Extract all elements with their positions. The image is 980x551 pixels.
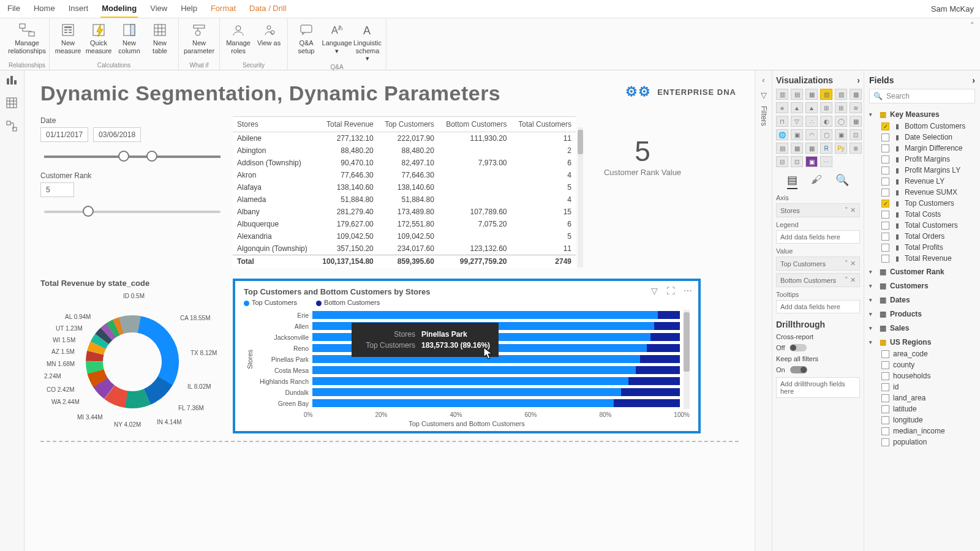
checkbox[interactable] (881, 438, 889, 446)
bar-segment-bottom[interactable] (614, 399, 680, 407)
field-item[interactable]: ▮Total Revenue (869, 253, 975, 264)
viz-ribbon[interactable]: ≋ (850, 102, 862, 113)
checkbox[interactable] (881, 350, 889, 358)
slider-thumb-left[interactable] (118, 151, 129, 162)
field-item[interactable]: ▮Total Costs (869, 209, 975, 220)
table-row[interactable]: Abington88,480.2088,480.202 (233, 144, 576, 157)
bar-segment-top[interactable] (312, 322, 654, 330)
tab-format[interactable]: Format (209, 0, 237, 18)
checkbox[interactable] (881, 133, 889, 141)
focus-mode-icon[interactable]: ⛶ (666, 286, 675, 296)
viz-waterfall[interactable]: ⊓ (776, 116, 788, 127)
viz-decomp[interactable]: ⊟ (776, 156, 788, 167)
checkbox[interactable] (881, 144, 889, 152)
viz-clustered-bar[interactable]: ▤ (791, 89, 803, 100)
table-row[interactable]: Alexandria109,042.50109,042.505 (233, 230, 576, 242)
stores-table[interactable]: StoresTotal RevenueTop CustomersBottom C… (233, 116, 576, 268)
viz-r[interactable]: R (820, 143, 832, 154)
collapse-ribbon-button[interactable]: ˄ (970, 18, 980, 70)
date-range-slider[interactable] (44, 156, 221, 158)
remove-field-icon[interactable]: ˅ ✕ (845, 276, 856, 284)
rank-value-input[interactable]: 5 (40, 182, 74, 197)
tab-view[interactable]: View (149, 0, 168, 18)
bar-segment-bottom[interactable] (647, 344, 680, 352)
field-item[interactable]: id (869, 381, 975, 392)
field-item[interactable]: ▮Date Selection (869, 132, 975, 143)
field-item[interactable]: ✓▮Top Customers (869, 198, 975, 209)
manage-relationships-button[interactable]: Manage relationships (10, 21, 43, 56)
filters-pane-collapsed[interactable]: ‹ ▽ Filters (755, 70, 772, 551)
table-row[interactable]: Alameda51,884.8051,884.804 (233, 193, 576, 206)
filter-icon[interactable]: ▽ (651, 286, 658, 296)
fields-search-input[interactable]: 🔍Search (869, 89, 975, 103)
checkbox[interactable]: ✓ (881, 200, 889, 208)
report-canvas[interactable]: Dynamic Segmentation, Dynamic Parameters… (24, 70, 755, 551)
checkbox[interactable] (881, 427, 889, 435)
bar-row[interactable]: Reno (256, 343, 680, 353)
viz-line[interactable]: ⎈ (776, 102, 788, 113)
chevron-right-icon[interactable]: › (972, 75, 975, 85)
table-key-measures[interactable]: ▾▦Key Measures (869, 108, 975, 121)
viz-stacked-col[interactable]: ▦ (805, 89, 818, 100)
viz-multi-card[interactable]: ▣ (835, 129, 847, 140)
donut-visual[interactable]: Total Revenue by state_code (40, 279, 224, 433)
table-row[interactable]: Abilene277,132.10222,017.90111,930.2011 (233, 132, 576, 145)
field-item[interactable]: median_income (869, 425, 975, 437)
bar-row[interactable]: Costa Mesa (256, 365, 680, 375)
axis-field-well[interactable]: Stores˅ ✕ (776, 203, 860, 217)
field-item[interactable]: ▮Total Customers (869, 220, 975, 231)
linguistic-schema-button[interactable]: ALinguistic schema▾ (353, 21, 382, 64)
checkbox[interactable] (881, 178, 889, 186)
column-header[interactable]: Total Customers (511, 117, 576, 132)
checkbox[interactable] (881, 394, 889, 402)
checkbox[interactable] (881, 383, 889, 391)
table-row[interactable]: Albuquerque179,627.00172,551.807,075.206 (233, 218, 576, 230)
analytics-tab[interactable]: 🔍 (835, 173, 849, 189)
bar-segment-bottom[interactable] (628, 377, 680, 385)
viz-kpi[interactable]: ⊡ (850, 129, 862, 140)
viz-table[interactable]: ▦ (791, 143, 803, 154)
bar-row[interactable]: Erie (256, 310, 680, 320)
bar-row[interactable]: Pinellas Park (256, 354, 680, 364)
slider-thumb-right[interactable] (146, 151, 157, 162)
bar-segment-top[interactable] (312, 344, 647, 352)
bar-segment-top[interactable] (312, 311, 658, 319)
language-button[interactable]: AあLanguage▾ (322, 21, 352, 64)
chevron-right-icon[interactable]: › (857, 75, 860, 85)
checkbox[interactable] (881, 233, 889, 241)
bar-segment-top[interactable] (312, 366, 636, 374)
tooltips-field-well[interactable]: Add data fields here (776, 300, 860, 313)
viz-card[interactable]: ▢ (820, 129, 832, 140)
viz-100pct-bar[interactable]: ▧ (820, 89, 832, 100)
checkbox[interactable] (881, 361, 889, 369)
keep-filters-toggle[interactable] (790, 366, 807, 373)
viz-more[interactable]: ⋯ (820, 156, 832, 167)
table-header[interactable]: ▾▦Products (869, 308, 975, 320)
viz-stacked-bar[interactable]: ▥ (776, 89, 788, 100)
legend-field-well[interactable]: Add data fields here (776, 230, 860, 244)
bar-segment-top[interactable] (312, 355, 640, 363)
table-row[interactable]: Akron77,646.3077,646.304 (233, 169, 576, 181)
table-scrollbar[interactable] (578, 127, 583, 268)
bar-row[interactable]: Highlands Ranch (256, 376, 680, 386)
checkbox[interactable]: ✓ (881, 122, 889, 130)
bar-segment-bottom[interactable] (650, 333, 680, 341)
bar-row[interactable]: Green Bay (256, 398, 680, 408)
field-item[interactable]: ▮Total Profits (869, 242, 975, 253)
viz-pie[interactable]: ◐ (820, 116, 832, 127)
bar-segment-bottom[interactable] (654, 322, 680, 330)
viz-matrix[interactable]: ▦ (805, 143, 818, 154)
model-view-button[interactable] (6, 121, 18, 133)
qa-setup-button[interactable]: Q&A setup (292, 21, 321, 64)
bar-segment-bottom[interactable] (658, 311, 680, 319)
column-header[interactable]: Top Customers (378, 117, 439, 132)
table-row[interactable]: Algonquin (Township)357,150.20234,017.60… (233, 242, 576, 255)
bar-row[interactable]: Allen (256, 321, 680, 331)
bar-row[interactable]: Dundalk (256, 387, 680, 397)
rank-slider[interactable] (44, 211, 221, 213)
remove-field-icon[interactable]: ˅ ✕ (845, 206, 856, 214)
new-parameter-button[interactable]: New parameter (183, 21, 216, 56)
date-to-input[interactable]: 03/06/2018 (93, 127, 141, 142)
new-column-button[interactable]: New column (115, 21, 144, 56)
viz-gauge[interactable]: ◠ (805, 129, 818, 140)
